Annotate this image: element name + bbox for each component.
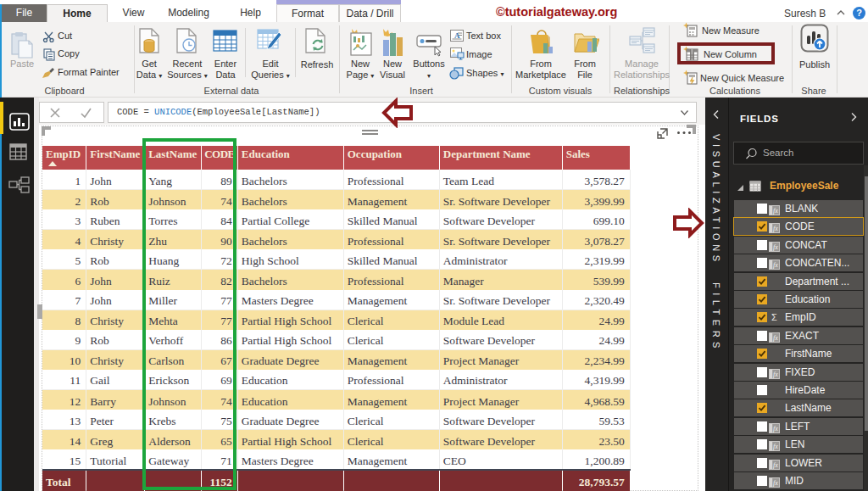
svg-text:fx: fx (773, 461, 778, 469)
svg-text:fx: fx (773, 425, 778, 432)
svg-text:fx: fx (773, 243, 778, 251)
svg-text:fx: fx (773, 207, 778, 215)
svg-text:fx: fx (773, 371, 778, 378)
svg-text:fx: fx (773, 261, 778, 269)
svg-text:fx: fx (773, 334, 778, 342)
svg-text:fx: fx (773, 479, 778, 487)
svg-text:fx: fx (773, 443, 778, 450)
svg-text:fx: fx (773, 225, 778, 232)
